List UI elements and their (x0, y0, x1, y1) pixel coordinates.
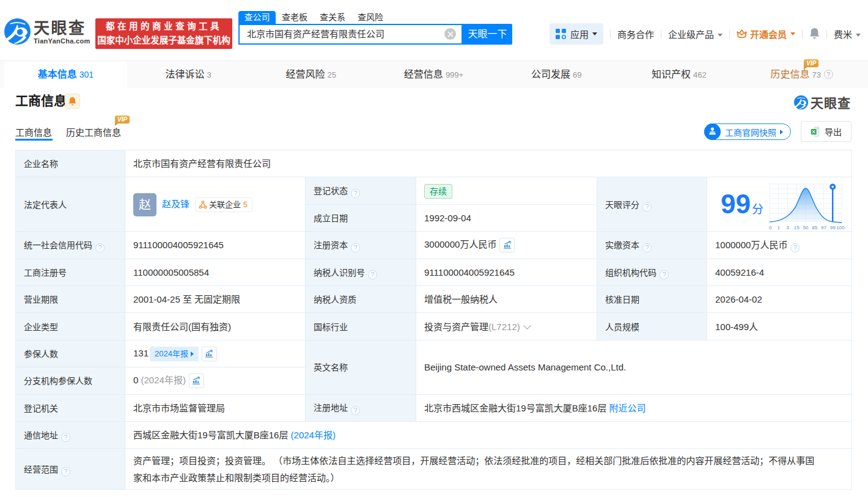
svg-text:15: 15 (794, 225, 800, 230)
svg-text:1: 1 (777, 225, 780, 230)
svg-text:97: 97 (821, 225, 826, 230)
svg-text:99: 99 (830, 225, 836, 230)
svg-text:100: 100 (836, 225, 845, 230)
svg-text:50: 50 (803, 225, 809, 230)
svg-text:85: 85 (812, 225, 817, 230)
svg-text:3: 3 (786, 225, 789, 230)
svg-text:0: 0 (769, 225, 772, 230)
